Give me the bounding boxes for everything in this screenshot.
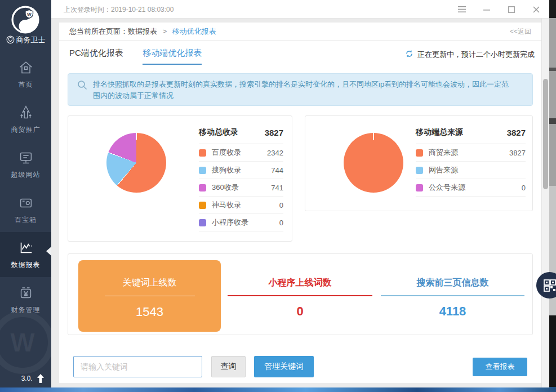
stat-divider: [105, 296, 195, 296]
breadcrumb-separator: >: [163, 27, 167, 35]
legend-row: 小程序收录0: [199, 214, 283, 231]
svg-text:W: W: [27, 12, 32, 17]
pie-chart-mobile-sources: [344, 133, 403, 193]
content-area: 您当前所在页面：数据报表 > 移动优化报表 <<返回 PC端优化报表 移动端优化…: [51, 19, 549, 387]
card-mobile-sources: 移动端总来源 3827 商贸来源3827网告来源公众号来源0: [305, 115, 533, 211]
menu-button[interactable]: [458, 6, 466, 14]
legend-swatch: [199, 202, 206, 209]
up-arrow-icon[interactable]: [37, 374, 45, 383]
legend-total: 3827: [265, 128, 283, 137]
legend-row: 神马收录0: [199, 197, 283, 214]
legend-swatch: [199, 149, 206, 157]
report-icon: [17, 239, 34, 256]
app-window: W 商务卫士 首页 商贸推广: [0, 0, 549, 387]
sidebar-item-label: 超级网站: [0, 170, 51, 180]
legend-value: 2342: [267, 149, 283, 157]
minimize-button[interactable]: [483, 6, 491, 14]
legend-title: 移动总收录: [199, 127, 238, 137]
tab-mobile-report[interactable]: 移动端优化报表: [143, 48, 202, 65]
brand-row: 商务卫士: [0, 35, 51, 45]
breadcrumb-prefix: 您当前所在页面：: [69, 27, 128, 35]
version-label: 3.0.: [21, 375, 33, 382]
legend-row: 商贸来源3827: [416, 144, 526, 162]
promotion-icon: [17, 104, 34, 121]
stat-value: 1543: [78, 305, 221, 319]
legend-mobile-sources: 移动端总来源 3827 商贸来源3827网告来源公众号来源0: [416, 127, 526, 197]
legend-mobile-index: 移动总收录 3827 百度收录2342搜狗收录744360收录741神马收录0小…: [199, 127, 283, 231]
legend-title: 移动端总来源: [416, 127, 463, 137]
view-report-button[interactable]: 查看报表: [473, 358, 527, 376]
legend-label: 网告来源: [429, 165, 458, 175]
update-status: 正在更新中，预计二个小时更新完成: [404, 49, 535, 60]
sidebar-watermark: W: [0, 311, 51, 374]
legend-swatch: [416, 184, 423, 191]
main-panel: 您当前所在页面：数据报表 > 移动优化报表 <<返回 PC端优化报表 移动端优化…: [59, 23, 541, 383]
sidebar-item-label: 首页: [0, 80, 51, 90]
tab-pc-report[interactable]: PC端优化报表: [69, 48, 123, 64]
brand-name: 商务卫士: [16, 35, 46, 44]
app-logo-icon: W: [10, 5, 41, 35]
legend-swatch: [199, 219, 206, 226]
logo-block: W 商务卫士: [0, 0, 51, 52]
minimize-icon: [483, 6, 490, 13]
stats-card: 关键词上线数 1543 小程序上线词数 0 搜索前三页信息数 4118: [68, 253, 533, 335]
finance-icon: [17, 284, 34, 301]
search-row: 查询 管理关键词 查看报表: [73, 355, 527, 378]
legend-header: 移动端总来源 3827: [416, 127, 526, 144]
legend-rows: 商贸来源3827网告来源公众号来源0: [416, 144, 526, 197]
stat-miniprogram-words: 小程序上线词数 0: [228, 260, 372, 332]
legend-swatch: [199, 167, 206, 174]
sidebar-item-toolbox[interactable]: 百宝箱: [0, 187, 51, 232]
stat-value: 4118: [381, 304, 524, 319]
stat-keywords-online: 关键词上线数 1543: [78, 260, 221, 332]
version-row: 3.0.: [0, 374, 45, 383]
legend-row: 360收录741: [199, 179, 283, 197]
legend-value: 741: [271, 184, 283, 192]
menu-icon: [458, 6, 466, 12]
refresh-icon[interactable]: [404, 49, 414, 59]
legend-label: 商贸来源: [429, 148, 458, 158]
legend-row: 网告来源: [416, 162, 526, 179]
qr-code-icon: [543, 279, 556, 292]
legend-label: 神马收录: [212, 200, 241, 210]
sidebar-item-label: 商贸推广: [0, 125, 51, 135]
sidebar-item-website[interactable]: 超级网站: [0, 142, 51, 187]
breadcrumb-current-link[interactable]: 移动优化报表: [172, 27, 216, 35]
home-icon: [17, 59, 34, 76]
tabs-row: PC端优化报表 移动端优化报表 正在更新中，预计二个小时更新完成: [59, 41, 541, 66]
stat-top3-info: 搜索前三页信息数 4118: [381, 260, 524, 332]
card-mobile-index: 移动总收录 3827 百度收录2342搜狗收录744360收录741神马收录0小…: [68, 115, 292, 242]
back-link[interactable]: <<返回: [510, 23, 531, 41]
legend-label: 公众号来源: [429, 182, 465, 193]
sidebar-item-home[interactable]: 首页: [0, 52, 51, 97]
legend-row: 公众号来源0: [416, 179, 526, 197]
query-button[interactable]: 查询: [211, 356, 246, 377]
scrollbar-track: [541, 19, 549, 387]
legend-swatch: [416, 149, 423, 157]
sidebar-item-promotion[interactable]: 商贸推广: [0, 97, 51, 142]
breadcrumb-section: 数据报表: [128, 27, 157, 35]
legend-label: 搜狗收录: [212, 165, 241, 175]
sidebar-item-label: 数据报表: [0, 260, 51, 270]
sidebar-item-reports[interactable]: 数据报表: [0, 232, 51, 277]
stat-divider: [381, 295, 524, 296]
notice-text: 排名快照抓取的是报表更新时刻的真实数据，搜索引擎的排名是实时变化的，且不同地区i…: [93, 80, 509, 100]
brand-badge-icon: [6, 35, 15, 44]
keyword-input[interactable]: [73, 356, 202, 377]
legend-value: 0: [279, 219, 283, 227]
legend-value: 744: [271, 166, 283, 175]
close-button[interactable]: [532, 6, 540, 14]
desktop-wallpaper-strip: [0, 387, 556, 392]
legend-value: 0: [522, 184, 526, 192]
scrollbar-thumb[interactable]: [543, 79, 548, 189]
desktop-background-strip: [549, 0, 556, 387]
legend-rows: 百度收录2342搜狗收录744360收录741神马收录0小程序收录0: [199, 144, 283, 231]
update-status-text: 正在更新中，预计二个小时更新完成: [417, 50, 535, 59]
maximize-button[interactable]: [508, 6, 515, 14]
legend-row: 百度收录2342: [199, 144, 283, 162]
sidebar-item-label: 百宝箱: [0, 215, 51, 225]
charts-row: 移动总收录 3827 百度收录2342搜狗收录744360收录741神马收录0小…: [68, 115, 533, 242]
stat-label: 关键词上线数: [78, 277, 221, 289]
pie-chart-mobile-index: [106, 133, 166, 193]
manage-keywords-button[interactable]: 管理关键词: [254, 356, 314, 377]
